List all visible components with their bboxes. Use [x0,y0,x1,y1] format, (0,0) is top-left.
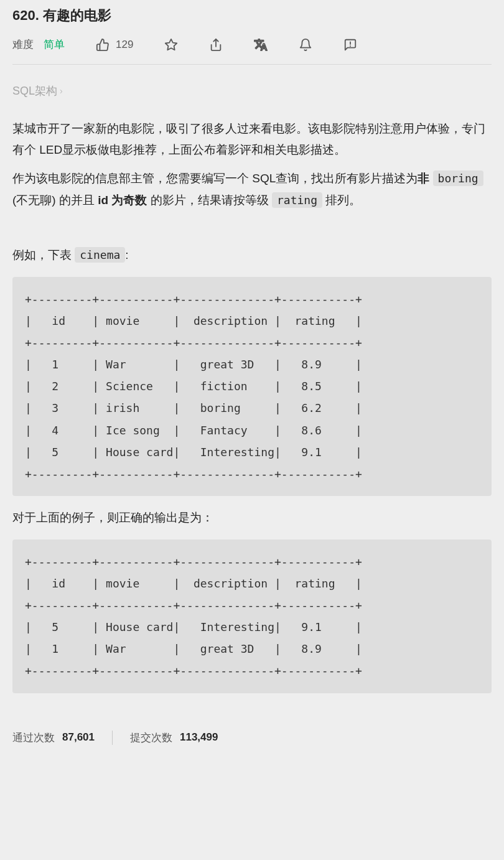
svg-marker-0 [166,39,177,49]
feedback-button[interactable] [343,38,357,52]
star-icon [164,38,178,52]
translate-icon [254,38,268,52]
share-icon [209,38,223,52]
translate-button[interactable] [254,38,268,52]
meta-row: 难度 简单 129 [12,37,492,65]
bold-text: id 为奇数 [98,194,147,207]
thumbs-up-icon [96,38,110,52]
favorite-button[interactable] [164,38,178,52]
text-fragment: 作为该电影院的信息部主管，您需要编写一个 SQL查询，找出所有影片描述为 [12,172,418,185]
difficulty-group: 难度 简单 [12,37,65,52]
text-fragment: 例如，下表 [12,248,75,261]
share-button[interactable] [209,38,223,52]
accepted-stat: 通过次数 87,601 [12,731,112,745]
like-count: 129 [116,39,133,51]
sql-schema-link[interactable]: SQL架构 › [12,65,492,111]
feedback-icon [343,38,357,52]
inline-code-boring: boring [433,171,483,186]
notification-button[interactable] [299,38,312,52]
problem-title: 620. 有趣的电影 [12,0,492,37]
difficulty-value: 简单 [44,37,65,52]
problem-content: 某城市开了一家新的电影院，吸引了很多人过来看电影。该电影院特别注意用户体验，专门… [12,118,492,693]
code-block-input: +---------+-----------+--------------+--… [12,277,492,496]
text-fragment: 排列。 [322,194,361,207]
difficulty-label: 难度 [12,37,34,52]
submissions-stat: 提交次数 113,499 [112,731,235,745]
paragraph-3: 例如，下表 cinema: [12,245,492,266]
bell-icon [299,38,312,52]
like-button[interactable]: 129 [96,38,133,52]
text-fragment: 的影片，结果请按等级 [147,194,272,207]
bold-text: 非 [418,172,432,185]
accepted-label: 通过次数 [12,731,55,745]
text-fragment: (不无聊) 的并且 [12,194,98,207]
text-fragment: : [125,248,128,261]
paragraph-4: 对于上面的例子，则正确的输出是为： [12,507,492,528]
paragraph-1: 某城市开了一家新的电影院，吸引了很多人过来看电影。该电影院特别注意用户体验，专门… [12,118,492,161]
chevron-right-icon: › [60,86,63,96]
accepted-value: 87,601 [62,731,95,744]
sql-schema-label: SQL架构 [12,83,57,98]
inline-code-rating: rating [272,192,322,208]
submissions-label: 提交次数 [130,731,172,745]
submissions-value: 113,499 [180,731,218,744]
inline-code-cinema: cinema [75,247,125,263]
code-block-output: +---------+-----------+--------------+--… [12,540,492,693]
paragraph-2: 作为该电影院的信息部主管，您需要编写一个 SQL查询，找出所有影片描述为非 bo… [12,168,492,210]
stats-row: 通过次数 87,601 提交次数 113,499 [12,731,492,745]
